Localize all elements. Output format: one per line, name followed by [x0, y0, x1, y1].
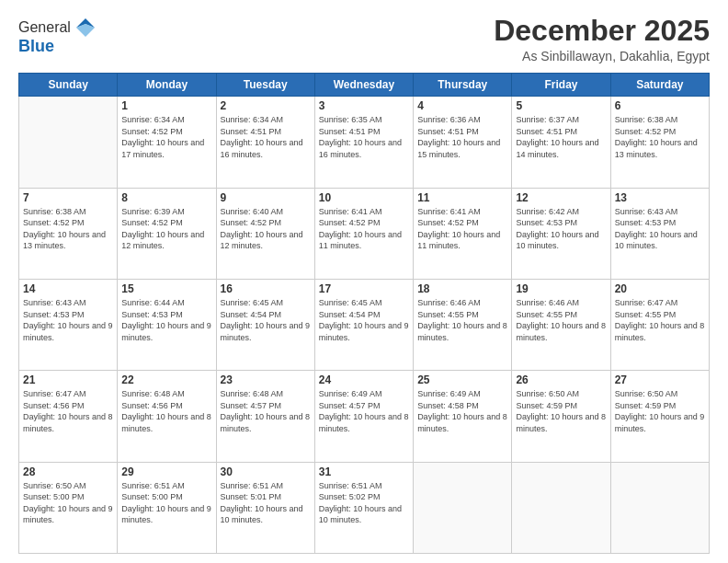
day-info: Sunrise: 6:41 AMSunset: 4:52 PMDaylight:… — [319, 206, 409, 252]
day-info: Sunrise: 6:43 AMSunset: 4:53 PMDaylight:… — [615, 206, 705, 252]
day-number: 20 — [615, 282, 705, 295]
day-info: Sunrise: 6:44 AMSunset: 4:53 PMDaylight:… — [121, 297, 211, 343]
weekday-header-thursday: Thursday — [414, 74, 512, 97]
day-number: 21 — [23, 373, 113, 386]
calendar-table: SundayMondayTuesdayWednesdayThursdayFrid… — [18, 73, 710, 554]
calendar-cell: 12Sunrise: 6:42 AMSunset: 4:53 PMDayligh… — [512, 188, 610, 279]
day-info: Sunrise: 6:49 AMSunset: 4:58 PMDaylight:… — [417, 388, 507, 434]
calendar-cell: 6Sunrise: 6:38 AMSunset: 4:52 PMDaylight… — [610, 97, 709, 188]
month-title: December 2025 — [494, 15, 710, 47]
day-info: Sunrise: 6:51 AMSunset: 5:00 PMDaylight:… — [121, 480, 211, 526]
day-info: Sunrise: 6:40 AMSunset: 4:52 PMDaylight:… — [221, 206, 311, 252]
weekday-header-row: SundayMondayTuesdayWednesdayThursdayFrid… — [19, 74, 710, 97]
weekday-header-friday: Friday — [512, 74, 610, 97]
calendar-cell: 21Sunrise: 6:47 AMSunset: 4:56 PMDayligh… — [19, 371, 118, 462]
day-info: Sunrise: 6:46 AMSunset: 4:55 PMDaylight:… — [417, 297, 507, 343]
day-number: 10 — [319, 191, 409, 204]
calendar-cell — [19, 97, 118, 188]
calendar-cell: 28Sunrise: 6:50 AMSunset: 5:00 PMDayligh… — [19, 462, 118, 553]
calendar-cell: 8Sunrise: 6:39 AMSunset: 4:52 PMDaylight… — [118, 188, 216, 279]
day-info: Sunrise: 6:51 AMSunset: 5:02 PMDaylight:… — [319, 480, 409, 526]
location-title: As Sinbillawayn, Dakahlia, Egypt — [494, 49, 710, 63]
calendar-cell: 4Sunrise: 6:36 AMSunset: 4:51 PMDaylight… — [414, 97, 512, 188]
day-number: 3 — [319, 99, 409, 112]
day-info: Sunrise: 6:38 AMSunset: 4:52 PMDaylight:… — [23, 206, 113, 252]
calendar-cell: 13Sunrise: 6:43 AMSunset: 4:53 PMDayligh… — [610, 188, 709, 279]
day-number: 8 — [121, 191, 211, 204]
calendar-cell: 20Sunrise: 6:47 AMSunset: 4:55 PMDayligh… — [610, 279, 709, 370]
calendar-cell: 23Sunrise: 6:48 AMSunset: 4:57 PMDayligh… — [216, 371, 314, 462]
header: General Blue December 2025 As Sinbillawa… — [18, 15, 710, 63]
day-info: Sunrise: 6:50 AMSunset: 4:59 PMDaylight:… — [516, 388, 606, 434]
day-number: 22 — [121, 373, 211, 386]
weekday-header-sunday: Sunday — [19, 74, 118, 97]
day-info: Sunrise: 6:39 AMSunset: 4:52 PMDaylight:… — [121, 206, 211, 252]
calendar-cell: 27Sunrise: 6:50 AMSunset: 4:59 PMDayligh… — [610, 371, 709, 462]
day-info: Sunrise: 6:35 AMSunset: 4:51 PMDaylight:… — [319, 114, 409, 160]
day-info: Sunrise: 6:42 AMSunset: 4:53 PMDaylight:… — [516, 206, 606, 252]
title-block: December 2025 As Sinbillawayn, Dakahlia,… — [494, 15, 710, 63]
calendar-cell: 24Sunrise: 6:49 AMSunset: 4:57 PMDayligh… — [314, 371, 413, 462]
day-number: 26 — [516, 373, 606, 386]
calendar-cell: 25Sunrise: 6:49 AMSunset: 4:58 PMDayligh… — [414, 371, 512, 462]
day-info: Sunrise: 6:41 AMSunset: 4:52 PMDaylight:… — [417, 206, 507, 252]
day-number: 31 — [319, 465, 409, 478]
calendar-cell: 15Sunrise: 6:44 AMSunset: 4:53 PMDayligh… — [118, 279, 216, 370]
day-number: 28 — [23, 465, 113, 478]
day-info: Sunrise: 6:51 AMSunset: 5:01 PMDaylight:… — [221, 480, 311, 526]
calendar-cell — [414, 462, 512, 553]
day-info: Sunrise: 6:45 AMSunset: 4:54 PMDaylight:… — [319, 297, 409, 343]
calendar-cell — [610, 462, 709, 553]
day-number: 9 — [221, 191, 311, 204]
day-info: Sunrise: 6:50 AMSunset: 4:59 PMDaylight:… — [615, 388, 705, 434]
week-row-5: 28Sunrise: 6:50 AMSunset: 5:00 PMDayligh… — [19, 462, 710, 553]
page: General Blue December 2025 As Sinbillawa… — [0, 0, 728, 563]
weekday-header-tuesday: Tuesday — [216, 74, 314, 97]
day-number: 13 — [615, 191, 705, 204]
calendar-cell: 10Sunrise: 6:41 AMSunset: 4:52 PMDayligh… — [314, 188, 413, 279]
day-info: Sunrise: 6:47 AMSunset: 4:56 PMDaylight:… — [23, 388, 113, 434]
day-info: Sunrise: 6:46 AMSunset: 4:55 PMDaylight:… — [516, 297, 606, 343]
calendar-cell: 17Sunrise: 6:45 AMSunset: 4:54 PMDayligh… — [314, 279, 413, 370]
weekday-header-monday: Monday — [118, 74, 216, 97]
weekday-header-saturday: Saturday — [610, 74, 709, 97]
logo: General Blue — [18, 15, 98, 56]
day-info: Sunrise: 6:49 AMSunset: 4:57 PMDaylight:… — [319, 388, 409, 434]
week-row-3: 14Sunrise: 6:43 AMSunset: 4:53 PMDayligh… — [19, 279, 710, 370]
day-number: 15 — [121, 282, 211, 295]
calendar-cell: 5Sunrise: 6:37 AMSunset: 4:51 PMDaylight… — [512, 97, 610, 188]
day-number: 1 — [121, 99, 211, 112]
calendar-cell: 9Sunrise: 6:40 AMSunset: 4:52 PMDaylight… — [216, 188, 314, 279]
weekday-header-wednesday: Wednesday — [314, 74, 413, 97]
calendar-cell — [512, 462, 610, 553]
week-row-4: 21Sunrise: 6:47 AMSunset: 4:56 PMDayligh… — [19, 371, 710, 462]
calendar-cell: 1Sunrise: 6:34 AMSunset: 4:52 PMDaylight… — [118, 97, 216, 188]
calendar-cell: 18Sunrise: 6:46 AMSunset: 4:55 PMDayligh… — [414, 279, 512, 370]
day-number: 17 — [319, 282, 409, 295]
calendar-cell: 29Sunrise: 6:51 AMSunset: 5:00 PMDayligh… — [118, 462, 216, 553]
calendar-cell: 19Sunrise: 6:46 AMSunset: 4:55 PMDayligh… — [512, 279, 610, 370]
day-number: 29 — [121, 465, 211, 478]
day-number: 5 — [516, 99, 606, 112]
calendar-cell: 11Sunrise: 6:41 AMSunset: 4:52 PMDayligh… — [414, 188, 512, 279]
day-number: 18 — [417, 282, 507, 295]
day-info: Sunrise: 6:36 AMSunset: 4:51 PMDaylight:… — [417, 114, 507, 160]
week-row-1: 1Sunrise: 6:34 AMSunset: 4:52 PMDaylight… — [19, 97, 710, 188]
day-info: Sunrise: 6:48 AMSunset: 4:56 PMDaylight:… — [121, 388, 211, 434]
day-info: Sunrise: 6:43 AMSunset: 4:53 PMDaylight:… — [23, 297, 113, 343]
calendar-cell: 14Sunrise: 6:43 AMSunset: 4:53 PMDayligh… — [19, 279, 118, 370]
day-info: Sunrise: 6:45 AMSunset: 4:54 PMDaylight:… — [221, 297, 311, 343]
day-info: Sunrise: 6:37 AMSunset: 4:51 PMDaylight:… — [516, 114, 606, 160]
day-number: 27 — [615, 373, 705, 386]
calendar-cell: 30Sunrise: 6:51 AMSunset: 5:01 PMDayligh… — [216, 462, 314, 553]
day-info: Sunrise: 6:34 AMSunset: 4:52 PMDaylight:… — [121, 114, 211, 160]
logo-icon — [73, 15, 98, 40]
day-number: 23 — [221, 373, 311, 386]
day-number: 24 — [319, 373, 409, 386]
day-info: Sunrise: 6:48 AMSunset: 4:57 PMDaylight:… — [221, 388, 311, 434]
day-number: 2 — [221, 99, 311, 112]
day-number: 4 — [417, 99, 507, 112]
day-number: 25 — [417, 373, 507, 386]
calendar-cell: 2Sunrise: 6:34 AMSunset: 4:51 PMDaylight… — [216, 97, 314, 188]
calendar-cell: 7Sunrise: 6:38 AMSunset: 4:52 PMDaylight… — [19, 188, 118, 279]
